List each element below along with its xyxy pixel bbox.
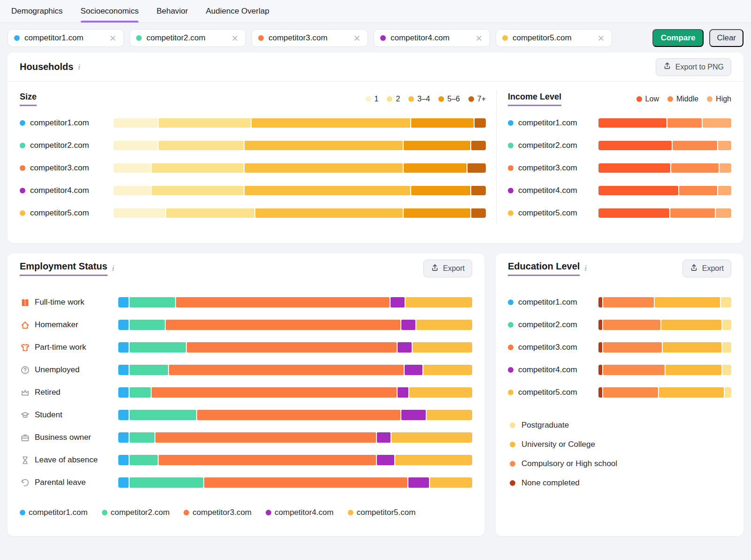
bar-segment[interactable] <box>722 342 731 353</box>
bar-segment[interactable] <box>427 410 472 420</box>
bar-segment[interactable] <box>416 320 472 330</box>
bar-segment[interactable] <box>661 320 721 330</box>
close-icon[interactable] <box>597 34 605 43</box>
bar-segment[interactable] <box>659 387 724 398</box>
education-export-button[interactable]: Export <box>682 260 731 277</box>
bar-segment[interactable] <box>411 186 470 195</box>
bar-segment[interactable] <box>395 455 472 465</box>
close-icon[interactable] <box>230 34 239 43</box>
bar-segment[interactable] <box>114 208 165 218</box>
bar-segment[interactable] <box>603 387 658 398</box>
bar-segment[interactable] <box>603 297 654 307</box>
bar-segment[interactable] <box>255 208 403 218</box>
bar-segment[interactable] <box>722 365 731 375</box>
bar-segment[interactable] <box>666 365 721 375</box>
bar-segment[interactable] <box>471 186 486 195</box>
clear-button[interactable]: Clear <box>709 29 743 47</box>
bar-segment[interactable] <box>118 387 129 398</box>
tab-socioeconomics[interactable]: Socioeconomics <box>81 0 139 23</box>
bar-segment[interactable] <box>720 163 731 173</box>
competitor-chip-competitor5-com[interactable]: competitor5.com <box>496 29 612 47</box>
bar-segment[interactable] <box>721 297 731 307</box>
bar-segment[interactable] <box>471 208 486 218</box>
bar-segment[interactable] <box>670 208 715 218</box>
bar-segment[interactable] <box>159 141 244 150</box>
bar-segment[interactable] <box>130 365 168 375</box>
tab-demographics[interactable]: Demographics <box>11 0 63 23</box>
bar-segment[interactable] <box>423 365 472 375</box>
bar-segment[interactable] <box>598 208 669 218</box>
size-title[interactable]: Size <box>20 92 37 106</box>
bar-segment[interactable] <box>204 477 407 488</box>
bar-segment[interactable] <box>401 410 426 420</box>
close-icon[interactable] <box>108 34 117 43</box>
bar-segment[interactable] <box>703 118 731 128</box>
bar-segment[interactable] <box>130 477 203 488</box>
close-icon[interactable] <box>475 34 483 43</box>
bar-segment[interactable] <box>159 455 376 465</box>
bar-segment[interactable] <box>673 141 717 150</box>
bar-segment[interactable] <box>130 410 196 420</box>
bar-segment[interactable] <box>471 141 486 150</box>
bar-segment[interactable] <box>155 432 376 443</box>
bar-segment[interactable] <box>377 432 391 443</box>
bar-segment[interactable] <box>118 342 129 353</box>
tab-audience-overlap[interactable]: Audience Overlap <box>206 0 269 23</box>
bar-segment[interactable] <box>430 477 472 488</box>
bar-segment[interactable] <box>404 163 466 173</box>
employment-status-title[interactable]: Employment Status <box>20 261 107 276</box>
bar-segment[interactable] <box>130 455 158 465</box>
competitor-chip-competitor3-com[interactable]: competitor3.com <box>252 29 368 47</box>
bar-segment[interactable] <box>187 342 397 353</box>
bar-segment[interactable] <box>671 163 718 173</box>
bar-segment[interactable] <box>114 186 151 195</box>
bar-segment[interactable] <box>406 297 472 307</box>
bar-segment[interactable] <box>114 118 158 128</box>
bar-segment[interactable] <box>401 320 415 330</box>
bar-segment[interactable] <box>411 118 474 128</box>
bar-segment[interactable] <box>598 320 602 330</box>
bar-segment[interactable] <box>197 410 400 420</box>
bar-segment[interactable] <box>413 342 472 353</box>
bar-segment[interactable] <box>398 342 412 353</box>
bar-segment[interactable] <box>409 387 472 398</box>
bar-segment[interactable] <box>598 186 678 195</box>
bar-segment[interactable] <box>130 320 165 330</box>
bar-segment[interactable] <box>598 387 602 398</box>
bar-segment[interactable] <box>475 118 486 128</box>
bar-segment[interactable] <box>245 141 403 150</box>
competitor-chip-competitor4-com[interactable]: competitor4.com <box>374 29 490 47</box>
bar-segment[interactable] <box>152 387 397 398</box>
bar-segment[interactable] <box>598 365 602 375</box>
close-icon[interactable] <box>353 34 361 43</box>
bar-segment[interactable] <box>598 163 670 173</box>
bar-segment[interactable] <box>405 365 422 375</box>
employment-export-button[interactable]: Export <box>423 260 472 277</box>
export-to-png-button[interactable]: Export to PNG <box>656 58 731 76</box>
bar-segment[interactable] <box>667 118 702 128</box>
bar-segment[interactable] <box>679 186 717 195</box>
bar-segment[interactable] <box>408 477 429 488</box>
bar-segment[interactable] <box>152 186 244 195</box>
bar-segment[interactable] <box>130 432 154 443</box>
bar-segment[interactable] <box>391 432 472 443</box>
bar-segment[interactable] <box>245 163 403 173</box>
bar-segment[interactable] <box>118 297 129 307</box>
bar-segment[interactable] <box>114 141 158 150</box>
info-icon[interactable]: i <box>78 63 80 71</box>
bar-segment[interactable] <box>118 320 129 330</box>
bar-segment[interactable] <box>114 163 151 173</box>
competitor-chip-competitor2-com[interactable]: competitor2.com <box>130 29 246 47</box>
bar-segment[interactable] <box>118 477 129 488</box>
bar-segment[interactable] <box>404 208 470 218</box>
bar-segment[interactable] <box>598 342 602 353</box>
bar-segment[interactable] <box>391 297 405 307</box>
bar-segment[interactable] <box>404 141 470 150</box>
income-level-title[interactable]: Income Level <box>508 92 561 106</box>
bar-segment[interactable] <box>655 297 720 307</box>
bar-segment[interactable] <box>598 118 667 128</box>
tab-behavior[interactable]: Behavior <box>156 0 188 23</box>
education-level-title[interactable]: Education Level <box>508 261 580 276</box>
bar-segment[interactable] <box>169 365 404 375</box>
info-icon[interactable]: i <box>584 264 586 273</box>
